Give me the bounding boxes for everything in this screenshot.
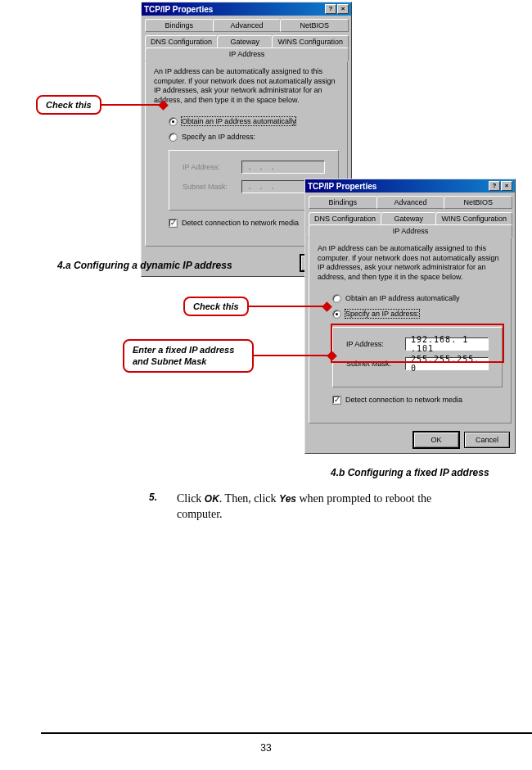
ip-address-row: IP Address: . . . (183, 161, 325, 174)
detect-checkbox-row[interactable]: ✓ Detect connection to network media (332, 396, 503, 405)
titlebar[interactable]: TCP/IP Properties ? × (142, 2, 351, 16)
ok-button[interactable]: OK (413, 432, 459, 448)
detect-checkbox-label: Detect connection to network media (182, 219, 299, 227)
tab-gateway[interactable]: Gateway (381, 212, 436, 224)
subnet-mask-input[interactable]: 255.255.255. 0 (405, 357, 489, 370)
ip-frame: IP Address: 192.168. 1 .101 Subnet Mask:… (332, 327, 503, 387)
detect-checkbox[interactable]: ✓ (169, 219, 178, 228)
tab-netbios[interactable]: NetBIOS (280, 19, 349, 32)
tab-advanced[interactable]: Advanced (376, 196, 445, 209)
ip-address-label: IP Address: (183, 163, 235, 171)
radio-auto[interactable] (332, 294, 341, 303)
tab-netbios[interactable]: NetBIOS (444, 196, 512, 209)
radio-specify-label: Specify an IP address: (345, 310, 419, 318)
tab-row-1: Bindings Advanced NetBIOS (309, 196, 512, 209)
ip-address-row: IP Address: 192.168. 1 .101 (346, 337, 489, 351)
instruction-text: An IP address can be automatically assig… (318, 244, 503, 283)
tab-row-2: DNS Configuration Gateway WINS Configura… (145, 35, 348, 60)
tab-dns[interactable]: DNS Configuration (309, 212, 381, 224)
titlebar-title: TCP/IP Properties (308, 182, 376, 191)
callout-enter-fixed-box: Enter a fixed IP address and Subnet Mask (123, 339, 254, 373)
step-ok: OK (205, 493, 219, 505)
tab-dns[interactable]: DNS Configuration (145, 35, 218, 48)
ip-address-input[interactable]: 192.168. 1 .101 (405, 337, 489, 351)
callout-check-this-b-box: Check this (183, 297, 249, 316)
subnet-mask-row: Subnet Mask: 255.255.255. 0 (346, 357, 489, 370)
button-row: OK Cancel (305, 427, 515, 453)
arrow-point-icon (327, 351, 337, 361)
step-number: 5. (149, 491, 157, 523)
tab-bindings[interactable]: Bindings (145, 19, 214, 32)
tab-wins[interactable]: WINS Configuration (272, 35, 349, 48)
radio-auto-row[interactable]: Obtain an IP address automatically (332, 294, 503, 303)
callout-enter-fixed: Enter a fixed IP address and Subnet Mask (123, 339, 336, 373)
titlebar-title: TCP/IP Properties (144, 5, 213, 14)
radio-specify[interactable] (332, 310, 341, 319)
step-5: 5. Click OK. Then, click Yes when prompt… (149, 491, 471, 523)
cancel-button[interactable]: Cancel (464, 432, 510, 448)
tab-row-1: Bindings Advanced NetBIOS (145, 19, 348, 32)
footer-rule (41, 732, 532, 734)
ip-tab-panel: An IP address can be automatically assig… (309, 237, 512, 424)
radio-auto-label: Obtain an IP address automatically (345, 294, 459, 302)
arrow-point-icon (158, 100, 169, 111)
titlebar[interactable]: TCP/IP Properties ? × (305, 179, 515, 192)
tab-row-2: DNS Configuration Gateway WINS Configura… (309, 212, 512, 237)
radio-specify-row[interactable]: Specify an IP address: (332, 310, 503, 319)
step-yes: Yes (279, 493, 296, 505)
subnet-mask-label: Subnet Mask: (346, 360, 399, 368)
subnet-mask-label: Subnet Mask: (183, 183, 235, 191)
help-icon[interactable]: ? (325, 4, 336, 14)
ip-address-label: IP Address: (346, 340, 399, 348)
radio-auto-label: Obtain an IP address automatically (182, 117, 295, 125)
caption-a: 4.a Configuring a dynamic IP address (57, 260, 232, 271)
tab-ipaddress[interactable]: IP Address (145, 48, 349, 61)
tab-wins[interactable]: WINS Configuration (435, 212, 512, 224)
radio-specify-row[interactable]: Specify an IP address: (169, 133, 339, 142)
radio-auto-row[interactable]: Obtain an IP address automatically (169, 117, 339, 126)
callout-check-this-a-box: Check this (36, 95, 101, 115)
caption-b: 4.b Configuring a fixed IP address (331, 467, 489, 478)
detect-checkbox-label: Detect connection to network media (345, 396, 462, 404)
tab-advanced[interactable]: Advanced (213, 19, 282, 32)
tab-ipaddress[interactable]: IP Address (309, 224, 512, 238)
callout-check-this-a: Check this (36, 95, 167, 115)
radio-specify-label: Specify an IP address: (182, 133, 255, 141)
page-number: 33 (0, 742, 532, 754)
close-icon[interactable]: × (501, 181, 512, 191)
callout-check-this-b: Check this (183, 297, 331, 316)
subnet-mask-row: Subnet Mask: . . . (183, 180, 325, 193)
radio-specify[interactable] (169, 133, 178, 142)
tcpip-dialog-fixed: TCP/IP Properties ? × Bindings Advanced … (304, 179, 516, 454)
radio-auto[interactable] (169, 117, 178, 126)
detect-checkbox[interactable]: ✓ (332, 396, 341, 405)
arrow-point-icon (322, 301, 332, 312)
close-icon[interactable]: × (337, 4, 349, 14)
step-text: Click OK. Then, click Yes when prompted … (177, 491, 471, 523)
instruction-text: An IP address can be automatically assig… (154, 67, 339, 106)
help-icon[interactable]: ? (489, 181, 500, 191)
tab-gateway[interactable]: Gateway (217, 35, 273, 48)
ip-address-input[interactable]: . . . (241, 161, 325, 174)
tab-bindings[interactable]: Bindings (309, 196, 377, 209)
